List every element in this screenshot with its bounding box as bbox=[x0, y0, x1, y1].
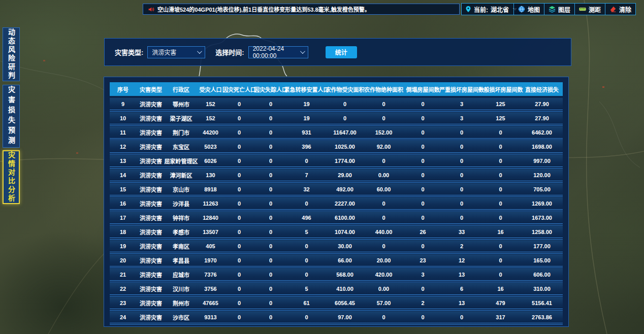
table-cell: 洪涝灾害 bbox=[136, 157, 166, 165]
disaster-type-value: 洪涝灾害 bbox=[152, 48, 176, 56]
column-header: 一般损坏房屋间数 bbox=[481, 85, 520, 93]
table-cell: 1970 bbox=[197, 257, 224, 263]
table-cell: 0 bbox=[403, 129, 442, 136]
table-cell: 荆州市 bbox=[166, 299, 197, 307]
table-cell: 0 bbox=[287, 272, 326, 278]
table-cell: 洪涝灾害 bbox=[136, 185, 166, 193]
table-cell: 21 bbox=[110, 272, 136, 278]
table-cell: 5023 bbox=[197, 144, 224, 150]
table-cell: 17 bbox=[110, 215, 136, 221]
layers-button[interactable]: 图层 bbox=[544, 3, 575, 15]
alert-text: 空山滑坡524的04GP01(地表位移),前1日垂直位移变形量达到53.8毫米,… bbox=[157, 5, 370, 13]
table-cell: 0 bbox=[481, 144, 520, 150]
table-cell: 12 bbox=[442, 257, 481, 263]
table-cell: 26 bbox=[403, 229, 442, 235]
table-cell: 0.00 bbox=[364, 172, 403, 178]
statistics-button[interactable]: 统计 bbox=[326, 46, 357, 58]
table-cell: 0 bbox=[364, 201, 403, 207]
table-cell: 0 bbox=[224, 272, 254, 278]
table-row[interactable]: 15洪涝灾害京山市89180032492.0060.00000705.00 bbox=[110, 183, 563, 195]
column-header: 受灾人口 bbox=[197, 85, 224, 93]
table-cell: 13 bbox=[442, 300, 481, 306]
table-row[interactable]: 12洪涝灾害东宝区5023003961025.0092.000001698.00 bbox=[110, 141, 563, 153]
table-cell: 310.00 bbox=[520, 286, 564, 292]
table-cell: 23 bbox=[403, 257, 442, 263]
disaster-table-panel: 序号灾害类型行政区受灾人口因灾死亡人口因灾失踪人口紧急转移安置人口农作物受灾面积… bbox=[104, 77, 569, 327]
table-body: 9洪涝灾害鄂州市1520019000312527.9010洪涝灾害梁子湖区152… bbox=[110, 98, 563, 323]
table-cell: 0 bbox=[364, 215, 403, 221]
table-cell: 440.00 bbox=[364, 229, 403, 235]
table-cell: 0 bbox=[254, 172, 287, 178]
table-cell: 0 bbox=[287, 314, 326, 320]
layers-icon bbox=[549, 6, 556, 13]
table-row[interactable]: 17洪涝灾害钟祥市12840004966100.0000001673.00 bbox=[110, 212, 563, 224]
table-cell: 2 bbox=[403, 300, 442, 306]
table-row[interactable]: 22洪涝灾害汉川市3756005410.000.000616310.00 bbox=[110, 283, 563, 295]
column-header: 农作物受灾面积 bbox=[326, 85, 364, 93]
table-cell: 0 bbox=[403, 201, 442, 207]
table-cell: 931 bbox=[287, 129, 326, 136]
table-cell: 0 bbox=[364, 314, 403, 320]
table-cell: 6 bbox=[442, 286, 481, 292]
table-cell: 606.00 bbox=[520, 272, 564, 278]
table-row[interactable]: 19洪涝灾害孝南区40500030.000020177.00 bbox=[110, 240, 563, 252]
table-cell: 应城市 bbox=[166, 271, 197, 279]
table-cell: 0 bbox=[224, 243, 254, 249]
disaster-type-select[interactable]: 洪涝灾害 bbox=[147, 46, 205, 58]
table-cell: 0 bbox=[254, 272, 287, 278]
table-row[interactable]: 24洪涝灾害沙市区931300097.000003172763.86 bbox=[110, 311, 563, 323]
region-selector[interactable]: 当前: 湖北省 bbox=[461, 3, 521, 15]
table-cell: 8918 bbox=[197, 186, 224, 192]
satellite-map[interactable]: 空山滑坡524的04GP01(地表位移),前1日垂直位移变形量达到53.8毫米,… bbox=[0, 0, 644, 334]
table-cell: 125 bbox=[481, 115, 520, 121]
map-button[interactable]: 地图 bbox=[513, 3, 544, 15]
table-cell: 57.00 bbox=[364, 300, 403, 306]
sidebar-item-1[interactable]: 动态风险研判 bbox=[3, 27, 20, 81]
sidebar-item-2[interactable]: 灾害损失预测 bbox=[3, 85, 20, 148]
table-cell: 32 bbox=[287, 186, 326, 192]
table-cell: 11647.00 bbox=[326, 129, 364, 136]
table-cell: 19 bbox=[287, 101, 326, 107]
time-select[interactable]: 2022-04-24 00:00:00 bbox=[248, 46, 308, 58]
table-cell: 洪涝灾害 bbox=[136, 143, 166, 151]
table-cell: 165.00 bbox=[520, 257, 564, 263]
table-cell: 20 bbox=[110, 257, 136, 263]
table-cell: 0 bbox=[364, 158, 403, 164]
table-row[interactable]: 10洪涝灾害梁子湖区1520019000312527.90 bbox=[110, 112, 563, 124]
table-cell: 0 bbox=[442, 144, 481, 150]
sidebar-item-3[interactable]: 灾情对比分析 bbox=[3, 150, 20, 204]
table-cell: 3756 bbox=[197, 286, 224, 292]
measure-button[interactable]: 测距 bbox=[574, 3, 605, 15]
table-cell: 0 bbox=[224, 215, 254, 221]
table-cell: 19 bbox=[287, 115, 326, 121]
table-row[interactable]: 23洪涝灾害荆州市4766500616056.4557.002134795156… bbox=[110, 297, 563, 309]
table-row[interactable]: 21洪涝灾害应城市7376000568.00420.003130606.00 bbox=[110, 269, 563, 281]
table-row[interactable]: 11洪涝灾害荆门市442000093111647.00152.000006462… bbox=[110, 126, 563, 139]
table-cell: 15 bbox=[110, 186, 136, 192]
table-cell: 2763.86 bbox=[520, 314, 564, 320]
table-row[interactable]: 16洪涝灾害沙洋县112630002227.0000001269.00 bbox=[110, 197, 563, 210]
table-cell: 洪涝灾害 bbox=[136, 128, 166, 137]
clear-button[interactable]: 清除 bbox=[605, 3, 636, 15]
table-cell: 30.00 bbox=[326, 243, 364, 249]
table-row[interactable]: 20洪涝灾害孝昌县197000066.0020.0023120165.00 bbox=[110, 254, 563, 266]
table-cell: 0 bbox=[254, 115, 287, 121]
table-cell: 152 bbox=[197, 101, 224, 107]
table-cell: 479 bbox=[481, 300, 520, 306]
table-row[interactable]: 9洪涝灾害鄂州市1520019000312527.90 bbox=[110, 98, 563, 110]
table-cell: 5 bbox=[287, 229, 326, 235]
table-cell: 0 bbox=[224, 300, 254, 306]
globe-icon bbox=[518, 6, 525, 13]
table-row[interactable]: 13洪涝灾害屈家岭管理区60260001774.000000997.00 bbox=[110, 155, 563, 167]
table-row[interactable]: 14洪涝灾害漳河新区13000729.000.00000120.00 bbox=[110, 169, 563, 181]
table-cell: 2 bbox=[442, 243, 481, 249]
table-cell: 1074.00 bbox=[326, 229, 364, 235]
table-cell: 孝昌县 bbox=[166, 256, 197, 264]
table-cell: 3 bbox=[442, 101, 481, 107]
table-row[interactable]: 18洪涝灾害孝感市135070051074.00440.002633161258… bbox=[110, 226, 563, 238]
table-cell: 13507 bbox=[197, 229, 224, 235]
table-cell: 0 bbox=[224, 158, 254, 164]
table-cell: 洪涝灾害 bbox=[136, 228, 166, 236]
table-cell: 177.00 bbox=[520, 243, 564, 249]
table-cell: 0 bbox=[481, 243, 520, 249]
